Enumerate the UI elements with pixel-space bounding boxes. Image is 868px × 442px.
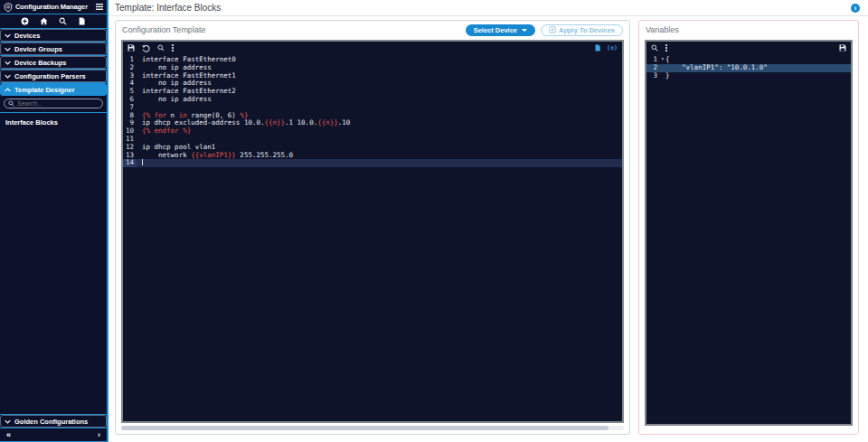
file-icon[interactable] <box>78 17 86 25</box>
configuration-template-card: Configuration Template Select Device App… <box>115 20 630 435</box>
code-line[interactable]: 13 network {{vlanIP1}} 255.255.255.0 <box>123 152 622 160</box>
hamburger-menu-icon[interactable] <box>96 4 103 10</box>
chevron-down-icon <box>5 74 11 79</box>
sidebar: Configuration Manager Devices <box>0 0 108 442</box>
preview-document-icon[interactable] <box>594 44 601 52</box>
fold-arrow-icon[interactable]: ▾ <box>661 55 665 63</box>
home-icon[interactable] <box>40 17 48 25</box>
caret-down-icon <box>522 29 527 32</box>
page-title: Template: Interface Blocks <box>115 3 221 13</box>
chevron-down-icon <box>5 33 11 38</box>
template-code-area[interactable]: 1interface FastEthernet02 no ip address3… <box>123 54 622 421</box>
sidebar-item-label: Configuration Parsers <box>14 72 86 80</box>
info-icon[interactable]: i <box>851 4 860 13</box>
scrollbar-thumb[interactable] <box>121 426 609 430</box>
apply-to-devices-label: Apply To Devices <box>559 26 615 34</box>
code-text: "vlanIP1": "10.0.1.0" <box>660 64 768 72</box>
template-card-header: Configuration Template Select Device App… <box>116 21 629 39</box>
variables-editor: 1▾{2 "vlanIP1": "10.0.1.0"3} <box>645 40 853 426</box>
sidebar-item-devices[interactable]: Devices <box>0 29 107 42</box>
code-line[interactable]: 10{% endfor %} <box>123 127 622 136</box>
code-text <box>137 159 143 167</box>
undo-icon[interactable] <box>142 44 150 52</box>
app-title: Configuration Manager <box>15 3 93 11</box>
sidebar-item-label: Golden Configurations <box>14 418 88 426</box>
variables-card: Variables 1▾{2 "vlanIP1": "10.0.1.0"3} <box>638 20 859 435</box>
sidebar-toolbar <box>0 14 107 29</box>
search-icon <box>8 100 14 107</box>
text-cursor <box>142 159 143 165</box>
search-input[interactable] <box>17 100 95 107</box>
code-text: {% endfor %} <box>137 127 191 136</box>
search-icon[interactable] <box>157 44 165 52</box>
template-editor-toolbar: (x) <box>123 42 622 54</box>
sidebar-header: Configuration Manager <box>0 0 107 14</box>
sidebar-item-template-designer[interactable]: Template Designer <box>0 83 107 96</box>
main-content: Template: Interface Blocks i Configurati… <box>108 0 868 442</box>
chevron-down-icon <box>5 61 11 65</box>
code-text: } <box>660 72 670 80</box>
kebab-menu-icon[interactable] <box>172 44 174 52</box>
app-logo-icon <box>4 3 13 12</box>
apply-to-devices-button[interactable]: Apply To Devices <box>541 24 623 36</box>
code-line[interactable]: 3} <box>646 72 851 80</box>
sidebar-item-golden-configurations[interactable]: Golden Configurations <box>0 415 107 428</box>
line-number: 3 <box>646 72 660 80</box>
select-device-label: Select Device <box>474 26 517 34</box>
chevron-down-icon <box>5 47 11 52</box>
select-device-button[interactable]: Select Device <box>466 24 535 36</box>
variables-editor-toolbar <box>646 42 851 54</box>
line-number: 14 <box>123 159 137 167</box>
sidebar-item-label: Device Groups <box>14 45 62 53</box>
variables-toggle-icon[interactable]: (x) <box>607 44 618 52</box>
search-icon[interactable] <box>651 44 658 52</box>
page-header: Template: Interface Blocks <box>108 0 868 16</box>
code-line[interactable]: 2 "vlanIP1": "10.0.1.0" <box>646 64 851 72</box>
kebab-menu-icon[interactable] <box>665 44 667 52</box>
sidebar-item-device-groups[interactable]: Device Groups <box>0 42 107 55</box>
template-card-title: Configuration Template <box>122 25 460 34</box>
sidebar-item-label: Devices <box>14 32 40 40</box>
code-line[interactable]: 6 no ip address <box>123 96 622 104</box>
collapse-sidebar-button[interactable]: « <box>6 430 11 439</box>
sidebar-search-row <box>0 96 107 113</box>
sidebar-footer: « › <box>0 428 107 442</box>
add-circle-icon[interactable] <box>21 17 29 25</box>
code-line[interactable]: 14 <box>123 159 622 167</box>
sidebar-item-configuration-parsers[interactable]: Configuration Parsers <box>0 70 107 82</box>
variables-code-area[interactable]: 1▾{2 "vlanIP1": "10.0.1.0"3} <box>646 54 851 424</box>
search-icon[interactable] <box>59 17 67 25</box>
expand-next-button[interactable]: › <box>98 430 100 439</box>
sidebar-item-label: Device Backups <box>14 59 67 67</box>
sidebar-search-box[interactable] <box>4 99 103 108</box>
sidebar-spacer <box>0 128 107 414</box>
chevron-up-icon <box>5 88 11 92</box>
code-text: no ip address <box>137 96 212 104</box>
variables-card-title: Variables <box>646 25 852 34</box>
add-box-icon <box>549 26 556 33</box>
save-icon[interactable] <box>127 44 135 52</box>
sidebar-item-device-backups[interactable]: Device Backups <box>0 56 107 69</box>
sidebar-item-label: Template Designer <box>14 86 75 94</box>
sidebar-item-interface-blocks[interactable]: Interface Blocks <box>0 117 107 128</box>
variables-card-header: Variables <box>639 21 858 39</box>
code-text: network {{vlanIP1}} 255.255.255.0 <box>137 152 293 160</box>
configuration-manager-app: Configuration Manager Devices <box>0 0 868 442</box>
save-icon[interactable] <box>839 44 846 52</box>
chevron-down-icon <box>5 419 11 424</box>
template-editor: (x) 1interface FastEthernet02 no ip addr… <box>121 40 624 423</box>
horizontal-scrollbar[interactable] <box>121 426 624 430</box>
code-line[interactable]: 9ip dhcp excluded-address 10.0.{{n}}.1 1… <box>123 119 622 127</box>
